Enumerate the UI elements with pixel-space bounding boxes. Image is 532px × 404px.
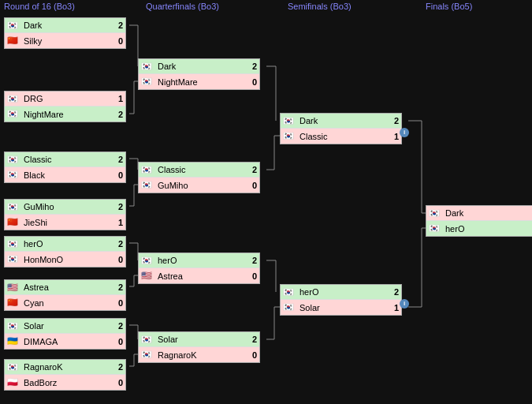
round-sf-header: Semifinals (Bo3) — [288, 2, 352, 11]
flag-us: 🇺🇸 — [7, 282, 21, 293]
player-score: 2 — [115, 110, 123, 119]
player-score: 0 — [115, 378, 123, 387]
fm-row1: 🇰🇷 Dark 1 — [426, 206, 532, 221]
flag-cn: 🇨🇳 — [7, 36, 21, 46]
round-f-header: Finals (Bo5) — [426, 2, 472, 11]
player-name: Black — [24, 170, 115, 180]
r16m8-row1: 🇰🇷 RagnaroK 2 — [5, 360, 125, 375]
qf-match-3: 🇰🇷 herO 2 🇺🇸 Astrea 0 — [138, 252, 260, 284]
player-score: 1 — [115, 218, 123, 227]
flag-kr: 🇰🇷 — [7, 254, 21, 264]
qfm4-row1: 🇰🇷 Solar 2 — [139, 332, 259, 347]
player-score: 0 — [249, 350, 257, 360]
r16m2-row1: 🇰🇷 DRG 1 — [5, 92, 125, 107]
r16m4-row2: 🇨🇳 JieShi 1 — [5, 215, 125, 230]
player-score: 0 — [115, 36, 123, 46]
player-name: Classic — [299, 132, 391, 141]
player-score: 2 — [249, 335, 257, 344]
player-name: GuMiho — [24, 202, 115, 211]
round-qf-header: Quarterfinals (Bo3) — [146, 2, 219, 11]
player-score: 2 — [249, 256, 257, 265]
r16-match-2: 🇰🇷 DRG 1 🇰🇷 NightMare 2 — [4, 91, 126, 122]
fm-row2: 🇰🇷 herO 3 — [426, 221, 532, 236]
flag-kr: 🇰🇷 — [283, 287, 297, 297]
player-name: JieShi — [24, 218, 115, 227]
player-score: 0 — [115, 337, 123, 346]
sf-match-1: 🇰🇷 Dark 2 🇰🇷 Classic 1 — [280, 113, 402, 144]
sfm2-row2: 🇰🇷 Solar 1 — [281, 300, 401, 315]
player-name: Silky — [24, 36, 115, 46]
player-name: Classic — [158, 165, 249, 174]
player-score: 2 — [249, 62, 257, 71]
player-name: DRG — [24, 94, 115, 103]
player-score: 2 — [391, 116, 399, 125]
r16m3-row1: 🇰🇷 Classic 2 — [5, 152, 125, 167]
qf-match-2: 🇰🇷 Classic 2 🇰🇷 GuMiho 0 — [138, 162, 260, 193]
r16m1-row1: 🇰🇷 Dark 2 — [5, 18, 125, 33]
player-score: 0 — [115, 298, 123, 308]
flag-kr: 🇰🇷 — [7, 362, 21, 372]
player-name: Classic — [24, 155, 115, 164]
player-score: 1 — [391, 132, 399, 141]
flag-kr: 🇰🇷 — [141, 180, 155, 190]
flag-kr: 🇰🇷 — [283, 131, 297, 141]
player-name: NightMare — [24, 110, 115, 119]
player-name: Astrea — [24, 282, 115, 292]
r16m7-row1: 🇰🇷 Solar 2 — [5, 319, 125, 334]
player-score: 2 — [115, 239, 123, 249]
r16m5-row2: 🇰🇷 HonMonO 0 — [5, 252, 125, 267]
flag-kr: 🇰🇷 — [141, 256, 155, 266]
flag-pl: 🇵🇱 — [7, 377, 21, 387]
player-name: Solar — [24, 321, 115, 331]
player-name: DIMAGA — [24, 337, 115, 346]
flag-kr: 🇰🇷 — [429, 223, 443, 234]
player-score: 0 — [249, 181, 257, 190]
sf1-info-badge[interactable]: i — [400, 128, 409, 137]
sf2-info-badge[interactable]: i — [400, 299, 409, 309]
flag-kr: 🇰🇷 — [141, 350, 155, 360]
r16m1-row2: 🇨🇳 Silky 0 — [5, 33, 125, 48]
r16m3-row2: 🇰🇷 Black 0 — [5, 167, 125, 182]
player-name: RagnaroK — [158, 350, 249, 360]
r16m6-row2: 🇨🇳 Cyan 0 — [5, 295, 125, 310]
player-name: Astrea — [158, 271, 249, 281]
flag-kr: 🇰🇷 — [7, 94, 21, 104]
flag-kr: 🇰🇷 — [7, 155, 21, 165]
r16-match-4: 🇰🇷 GuMiho 2 🇨🇳 JieShi 1 — [4, 199, 126, 230]
flag-kr: 🇰🇷 — [141, 77, 155, 87]
flag-kr: 🇰🇷 — [7, 239, 21, 249]
player-score: 2 — [115, 155, 123, 164]
qf-match-1: 🇰🇷 Dark 2 🇰🇷 NightMare 0 — [138, 58, 260, 90]
flag-cn: 🇨🇳 — [7, 297, 21, 308]
flag-kr: 🇰🇷 — [141, 165, 155, 175]
player-name: RagnaroK — [24, 362, 115, 372]
sfm1-row1: 🇰🇷 Dark 2 — [281, 114, 401, 129]
r16-match-5: 🇰🇷 herO 2 🇰🇷 HonMonO 0 — [4, 236, 126, 267]
qf-match-4: 🇰🇷 Solar 2 🇰🇷 RagnaroK 0 — [138, 331, 260, 363]
r16-match-6: 🇺🇸 Astrea 2 🇨🇳 Cyan 0 — [4, 279, 126, 311]
r16-match-3: 🇰🇷 Classic 2 🇰🇷 Black 0 — [4, 152, 126, 183]
player-name: Dark — [158, 62, 249, 71]
r16m4-row1: 🇰🇷 GuMiho 2 — [5, 200, 125, 215]
player-name: BadBorz — [24, 378, 115, 387]
r16-match-1: 🇰🇷 Dark 2 🇨🇳 Silky 0 — [4, 17, 126, 49]
player-score: 2 — [115, 202, 123, 211]
player-score: 0 — [249, 271, 257, 281]
flag-kr: 🇰🇷 — [283, 302, 297, 312]
flag-kr: 🇰🇷 — [7, 321, 21, 331]
player-score: 2 — [115, 362, 123, 372]
player-name: Dark — [299, 116, 391, 125]
r16m5-row1: 🇰🇷 herO 2 — [5, 237, 125, 252]
r16m7-row2: 🇺🇦 DIMAGA 0 — [5, 334, 125, 349]
flag-cn: 🇨🇳 — [7, 217, 21, 227]
player-score: 1 — [115, 94, 123, 103]
player-name: herO — [299, 287, 391, 297]
r16m6-row1: 🇺🇸 Astrea 2 — [5, 280, 125, 295]
player-name: Dark — [24, 21, 115, 30]
qfm3-row2: 🇺🇸 Astrea 0 — [139, 268, 259, 283]
r16-match-8: 🇰🇷 RagnaroK 2 🇵🇱 BadBorz 0 — [4, 359, 126, 391]
flag-kr: 🇰🇷 — [7, 202, 21, 212]
player-name: HonMonO — [24, 255, 115, 264]
player-score: 1 — [391, 303, 399, 312]
r16m2-row2: 🇰🇷 NightMare 2 — [5, 107, 125, 122]
